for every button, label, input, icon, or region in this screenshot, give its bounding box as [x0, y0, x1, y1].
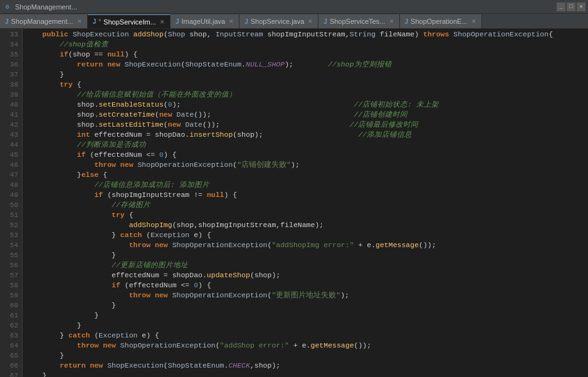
code-line-59: throw new ShopOperationException("更新图片地址…: [23, 290, 588, 300]
line-num-37: 37: [0, 70, 18, 80]
code-line-64: throw new ShopOperationException("addSho…: [23, 341, 588, 351]
code-line-39: //给店铺信息赋初始值（不能在外面改变的值）: [23, 90, 588, 100]
tab-close-icon[interactable]: ✕: [308, 18, 313, 24]
tab-shopserviceimpl[interactable]: J * ShopServiceIm... ✕: [88, 14, 171, 28]
tab-icon: J: [176, 18, 179, 25]
code-line-44: //判断添加是否成功: [23, 140, 588, 150]
maximize-button[interactable]: □: [567, 3, 575, 11]
tab-close-icon[interactable]: ✕: [160, 19, 165, 25]
code-line-47: }else {: [23, 170, 588, 180]
line-num-56: 56: [0, 260, 18, 270]
code-line-36: return new ShopExecution(ShopStateEnum.N…: [23, 60, 588, 70]
code-line-56: //更新店铺的图片地址: [23, 260, 588, 270]
line-numbers: 33 34 35 36 37 38 39 40 41 42 43 44 45 4…: [0, 29, 23, 377]
code-line-65: }: [23, 351, 588, 361]
code-line-43: int effectedNum = shopDao.insertShop(sho…: [23, 130, 588, 140]
code-line-53: } catch (Exception e) {: [23, 230, 588, 240]
line-num-35: 35: [0, 50, 18, 60]
tab-close-icon[interactable]: ✕: [471, 18, 476, 24]
tab-label: ImageUtil.java: [181, 18, 225, 25]
line-num-67: 67: [0, 371, 18, 377]
line-num-62: 62: [0, 321, 18, 331]
line-num-59: 59: [0, 290, 18, 300]
code-line-67: }: [23, 371, 588, 377]
tab-shopservice[interactable]: J ShopService.java ✕: [239, 14, 318, 28]
code-line-51: try {: [23, 210, 588, 220]
line-num-48: 48: [0, 180, 18, 190]
code-line-34: //shop值检查: [23, 40, 588, 50]
minimize-button[interactable]: _: [557, 3, 565, 11]
code-line-37: }: [23, 70, 588, 80]
tab-label: ShopManagement...: [11, 18, 73, 25]
tab-icon: J: [93, 18, 97, 25]
tab-icon: J: [244, 18, 248, 25]
title-text: ShopManagement...: [15, 3, 77, 11]
tab-icon: J: [405, 18, 409, 25]
line-num-63: 63: [0, 331, 18, 341]
line-num-54: 54: [0, 240, 18, 250]
code-line-54: throw new ShopOperationException("addSho…: [23, 240, 588, 250]
line-num-51: 51: [0, 210, 18, 220]
line-num-46: 46: [0, 160, 18, 170]
code-line-40: shop.setEnableStatus(0); //店铺初始状态: 未上架: [23, 100, 588, 110]
code-line-52: addShopImg(shop,shopImgInputStream,fileN…: [23, 220, 588, 230]
line-num-60: 60: [0, 300, 18, 311]
tab-shopoperation[interactable]: J ShopOperationE... ✕: [400, 14, 482, 28]
tab-close-icon[interactable]: ✕: [389, 18, 394, 24]
tab-icon: J: [323, 18, 327, 25]
tab-close-icon[interactable]: ✕: [229, 18, 234, 24]
line-num-61: 61: [0, 311, 18, 321]
line-num-33: 33: [0, 29, 18, 40]
code-line-46: throw new ShopOperationException("店铺创建失败…: [23, 160, 588, 170]
line-num-43: 43: [0, 130, 18, 140]
code-line-33: public ShopExecution addShop(Shop shop, …: [23, 29, 588, 40]
line-num-41: 41: [0, 110, 18, 120]
code-line-45: if (effectedNum <= 0) {: [23, 150, 588, 160]
app-icon: ⚙: [3, 2, 13, 12]
line-num-53: 53: [0, 230, 18, 240]
code-line-48: //店铺信息添加成功后: 添加图片: [23, 180, 588, 190]
line-num-47: 47: [0, 170, 18, 180]
code-line-57: effectedNum = shopDao.updateShop(shop);: [23, 270, 588, 280]
tab-shopmanagement[interactable]: J ShopManagement... ✕: [0, 14, 88, 28]
code-line-41: shop.setCreateTime(new Date()); //店铺创建时间: [23, 110, 588, 120]
code-editor[interactable]: public ShopExecution addShop(Shop shop, …: [23, 29, 588, 377]
line-num-38: 38: [0, 80, 18, 90]
code-line-35: if(shop == null) {: [23, 50, 588, 60]
line-num-49: 49: [0, 190, 18, 200]
line-num-45: 45: [0, 150, 18, 160]
tab-imageutil[interactable]: J ImageUtil.java ✕: [171, 14, 239, 28]
code-line-49: if (shopImgInputStream != null) {: [23, 190, 588, 200]
line-num-57: 57: [0, 270, 18, 280]
tab-bar: J ShopManagement... ✕ J * ShopServiceIm.…: [0, 14, 588, 29]
code-line-55: }: [23, 250, 588, 260]
line-num-44: 44: [0, 140, 18, 150]
code-line-63: } catch (Exception e) {: [23, 331, 588, 341]
line-num-39: 39: [0, 90, 18, 100]
tab-close-icon[interactable]: ✕: [77, 18, 82, 24]
line-num-55: 55: [0, 250, 18, 260]
tab-label: ShopServiceIm...: [103, 18, 156, 26]
line-num-64: 64: [0, 341, 18, 351]
editor: 33 34 35 36 37 38 39 40 41 42 43 44 45 4…: [0, 29, 588, 377]
tab-label: ShopServiceTes...: [330, 18, 386, 25]
title-bar: ⚙ ShopManagement... _ □ ✕: [0, 0, 588, 14]
line-num-65: 65: [0, 351, 18, 361]
line-num-66: 66: [0, 361, 18, 371]
tab-modified-dot: *: [98, 18, 101, 25]
line-num-40: 40: [0, 100, 18, 110]
line-num-34: 34: [0, 40, 18, 50]
close-button[interactable]: ✕: [577, 3, 585, 11]
window-controls[interactable]: _ □ ✕: [557, 3, 585, 11]
code-line-50: //存储图片: [23, 200, 588, 210]
line-num-58: 58: [0, 280, 18, 290]
tab-label: ShopService.java: [251, 18, 305, 25]
code-line-62: }: [23, 321, 588, 331]
line-num-42: 42: [0, 120, 18, 130]
code-line-38: try {: [23, 80, 588, 90]
tab-shopservicetes[interactable]: J ShopServiceTes... ✕: [318, 14, 399, 28]
line-num-52: 52: [0, 220, 18, 230]
tab-icon: J: [5, 18, 9, 25]
code-line-61: }: [23, 311, 588, 321]
line-num-50: 50: [0, 200, 18, 210]
